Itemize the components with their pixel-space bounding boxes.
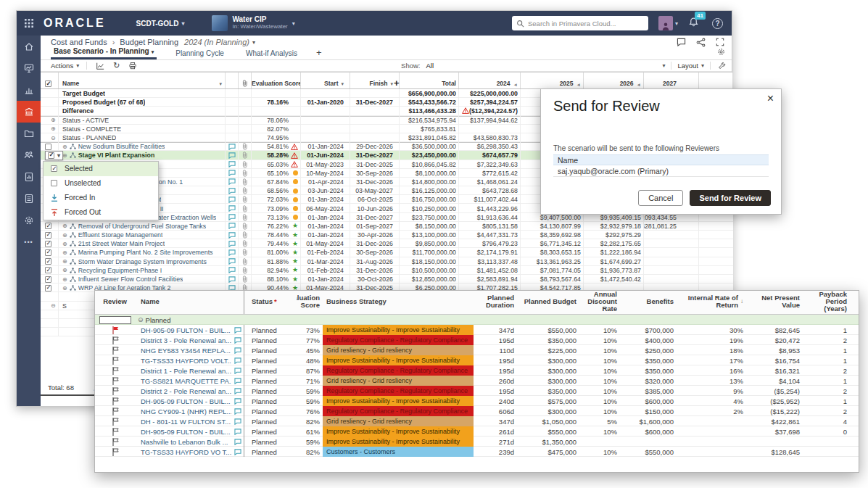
row-comment-cell[interactable] [226,160,239,169]
row-comment-cell[interactable] [226,169,239,178]
help-icon[interactable]: ? [712,18,723,29]
row-select-cell[interactable] [41,284,59,292]
notifications-icon[interactable]: 41 [688,17,699,30]
row-attachment-cell[interactable] [239,186,252,195]
row-checkbox[interactable] [45,232,51,239]
row-comment-cell[interactable] [226,204,239,212]
sidebar-item-settings[interactable] [17,210,41,231]
project-name-cell[interactable]: NHG CY909-1 (NHR) REPL... [135,406,231,416]
row-select-cell[interactable] [41,231,59,239]
share-icon[interactable] [696,38,706,47]
workspace-selector[interactable]: SCDT-GOLD ▾ [136,20,185,28]
project-name-cell[interactable]: TG-TSS33 HAYFORD VO T... [135,447,231,457]
row-select-cell[interactable] [41,89,59,98]
cancel-button[interactable]: Cancel [638,190,683,206]
comment-cell[interactable] [231,447,244,457]
row-name-cell[interactable]: Difference [59,107,226,115]
row-name-cell[interactable]: ⊕Effluent Storage Management [59,231,226,239]
close-icon[interactable]: × [767,92,774,105]
row-attachment-cell[interactable] [239,257,252,266]
row-select-cell[interactable] [41,98,59,107]
flag-cell[interactable] [95,325,135,335]
row-select-cell[interactable] [41,222,59,231]
row-attachment-cell[interactable] [239,98,252,107]
comment-cell[interactable] [231,386,244,396]
row-select-cell[interactable] [41,275,59,284]
sidebar-item-documents[interactable] [17,188,41,210]
expand-icon[interactable]: ⊕ [51,125,56,132]
column-planned-budget[interactable]: Planned Budget [518,291,581,314]
sidebar-item-resources[interactable] [17,144,41,166]
layout-dropdown[interactable]: Layout▾ [677,62,704,70]
add-column-button[interactable]: + [394,80,400,87]
table-row[interactable]: ⊕Influent Sewer Flow Control Facilities … [41,275,733,284]
tab-base-scenario[interactable]: Base Scenario - In Planning▾ [51,47,157,59]
row-comment-cell[interactable] [226,186,239,195]
fullscreen-icon[interactable] [716,38,724,46]
dropdown-item-forced-out[interactable]: Forced Out [44,205,158,220]
review-group-row[interactable]: ⊖ Planned [95,315,859,325]
flag-cell[interactable] [95,396,135,406]
row-select-cell[interactable] [41,107,59,115]
page-settings-gear-icon[interactable] [716,47,726,59]
review-table-row[interactable]: NHG EY583 Y3454 REPLA... Planned 45% Gri… [95,345,859,355]
column-total[interactable]: Total [400,73,459,88]
comment-cell[interactable] [231,335,244,345]
refresh-button[interactable]: ↻ [113,61,120,70]
row-attachment-cell[interactable] [239,151,252,160]
row-select-cell[interactable]: ▾ [41,151,59,160]
row-comment-cell[interactable] [226,151,239,160]
dropdown-item-unselected[interactable]: Unselected [44,176,158,191]
row-attachment-cell[interactable] [239,204,252,212]
sidebar-item-portfolio[interactable] [17,79,41,101]
comment-cell[interactable] [231,396,244,406]
select-all-checkbox[interactable] [41,73,59,88]
review-table-row[interactable]: DH - 801-11 W FULTON ST... Planned 82% G… [95,416,859,426]
row-name-cell[interactable]: Status - PLANNED [59,133,226,142]
row-attachment-cell[interactable] [239,178,252,186]
row-attachment-cell[interactable] [239,116,252,125]
column-start[interactable]: Start▾ [301,73,350,88]
flag-cell[interactable] [95,416,135,426]
row-select-cell[interactable] [41,292,59,301]
column-planned-duration[interactable]: Planned Duration [474,291,518,314]
table-row[interactable]: ⊕Effluent Storage Management 78.44%★ 01-… [41,231,733,239]
row-checkbox[interactable] [45,223,51,229]
column-review[interactable]: Review [95,291,135,314]
row-name-cell[interactable]: ⊕Marina Pumping Plant No. 2 Site Improve… [59,248,226,257]
column-evaluation-score[interactable]: Evaluation Score [297,291,323,314]
row-select-cell[interactable]: ⊕ [41,125,59,133]
flag-cell[interactable] [95,426,135,437]
table-row[interactable]: ⊕Marina Pumping Plant No. 2 Site Improve… [41,248,733,257]
comment-cell[interactable] [231,355,244,365]
project-name-cell[interactable]: District 1 - Pole Renewal an... [135,365,231,376]
column-finish[interactable]: Finish▾ [350,73,400,88]
comment-cell[interactable] [231,376,244,386]
review-table-row[interactable]: DH-905-09 FULTON - BUIL... Planned 73% I… [95,325,859,335]
comment-cell[interactable] [231,325,244,335]
expand-icon[interactable]: ⊕ [51,117,56,123]
row-attachment-cell[interactable] [239,195,252,204]
column-2026[interactable]: 2026◄ [584,73,644,88]
row-checkbox[interactable] [45,276,51,283]
row-checkbox[interactable] [45,258,51,265]
table-row[interactable]: ⊕Storm Water Drainage System Improvement… [41,257,733,266]
actions-menu[interactable]: Actions▾ [51,62,87,70]
print-button[interactable] [128,62,137,70]
customize-button[interactable] [718,62,726,70]
show-filter-dropdown[interactable]: All▾ [426,62,665,70]
row-attachment-cell[interactable] [239,222,252,231]
row-attachment-cell[interactable] [239,213,252,222]
row-checkbox[interactable] [45,267,51,273]
row-name-cell[interactable]: Proposed Budget (67 of 68) [59,98,226,107]
row-comment-cell[interactable] [226,133,239,142]
focused-cell[interactable] [99,316,131,324]
row-comment-cell[interactable] [226,257,239,266]
dropdown-item-selected[interactable]: Selected [44,162,158,176]
column-benefits[interactable]: Benefits [624,291,678,314]
project-name-cell[interactable]: TG-SS821 MARQUETTE PA... [135,376,231,386]
collapse-icon[interactable]: ⊖ [138,316,144,323]
comment-cell[interactable] [231,345,244,355]
row-attachment-cell[interactable] [239,107,252,115]
flag-cell[interactable] [95,355,135,365]
